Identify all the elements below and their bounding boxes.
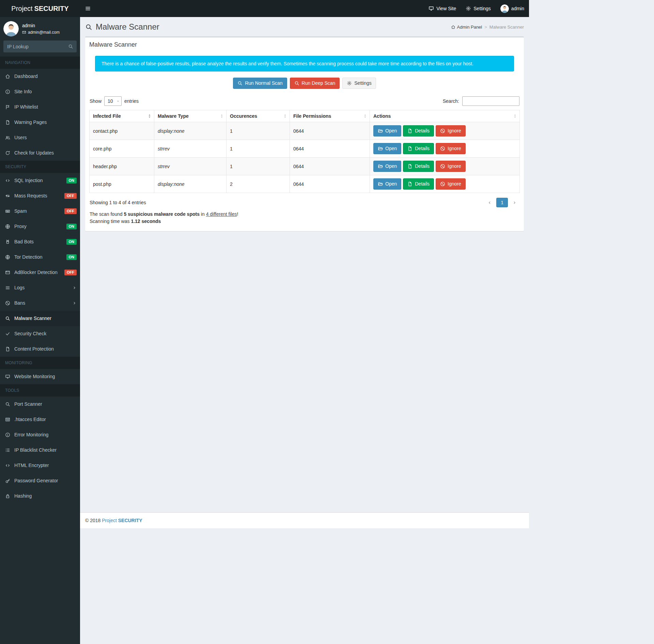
gears-icon xyxy=(347,81,352,86)
sidebar-item-malware-scanner[interactable]: Malware Scanner xyxy=(0,311,80,326)
sidebar-item-label: Site Info xyxy=(14,88,32,95)
sidebar-item-dashboard[interactable]: Dashboard xyxy=(0,69,80,84)
panel-header: Malware Scanner xyxy=(85,37,524,50)
pagination-previous[interactable] xyxy=(485,199,495,207)
sidebar-item-port-scanner[interactable]: Port Scanner xyxy=(0,397,80,412)
footer-brand-link[interactable]: Project SECURITY xyxy=(102,518,142,523)
pagination-next[interactable] xyxy=(510,199,519,207)
ignore-button[interactable]: Ignore xyxy=(436,178,466,190)
chevron-right-icon xyxy=(512,200,517,205)
sidebar-item-sql-injection[interactable]: SQL InjectionON xyxy=(0,173,80,188)
ip-lookup-input[interactable] xyxy=(3,41,64,52)
sidebar-item-logs[interactable]: Logs xyxy=(0,280,80,295)
sidebar-item-site-info[interactable]: Site Info xyxy=(0,84,80,99)
column-label: Infected File xyxy=(93,113,121,119)
navbar-right-menu: View Site Settings xyxy=(424,0,529,17)
sidebar-item-bad-bots[interactable]: Bad BotsON xyxy=(0,234,80,249)
sidebar-toggle-button[interactable] xyxy=(80,0,96,17)
ignore-button[interactable]: Ignore xyxy=(436,125,466,136)
sidebar-item-htacces-editor[interactable]: .htacces Editor xyxy=(0,412,80,427)
brand-logo[interactable]: Project SECURITY xyxy=(0,0,80,17)
breadcrumb-admin-panel[interactable]: Admin Panel xyxy=(451,25,482,30)
run-deep-scan-button[interactable]: Run Deep Scan xyxy=(290,78,340,89)
sidebar-item-proxy[interactable]: ProxyON xyxy=(0,219,80,234)
sidebar-item-check-for-updates[interactable]: Check for Updates xyxy=(0,145,80,161)
ban-icon xyxy=(440,146,445,151)
folder-open-icon xyxy=(378,181,383,187)
flag-icon xyxy=(5,104,14,110)
sidebar-item-ip-whitelist[interactable]: IP Whitelist xyxy=(0,99,80,115)
sidebar-item-mass-requests[interactable]: Mass RequestsOFF xyxy=(0,188,80,204)
ip-lookup-search-button[interactable] xyxy=(64,41,77,52)
actions-cell: OpenDetailsIgnore xyxy=(370,140,520,158)
page-length-select[interactable]: 10 xyxy=(104,96,122,106)
sidebar-item-password-generator[interactable]: Password Generator xyxy=(0,473,80,488)
open-button[interactable]: Open xyxy=(373,125,401,136)
open-button[interactable]: Open xyxy=(373,178,401,190)
details-button[interactable]: Details xyxy=(403,125,434,136)
retweet-icon xyxy=(5,193,14,198)
table-row-post-php: post.phpdisplay:none20644OpenDetailsIgno… xyxy=(90,175,520,193)
column-header-occurences[interactable]: Occurences xyxy=(227,110,290,122)
sidebar-item-users[interactable]: Users xyxy=(0,130,80,145)
user-menu[interactable]: admin xyxy=(496,0,529,17)
sidebar-item-error-monitoring[interactable]: Error Monitoring xyxy=(0,427,80,442)
ignore-button[interactable]: Ignore xyxy=(436,143,466,154)
sort-icon xyxy=(219,114,224,118)
status-badge: ON xyxy=(66,178,77,183)
sidebar-item-security-check[interactable]: Security Check xyxy=(0,326,80,341)
infected-file-cell: core.php xyxy=(90,140,154,158)
sidebar-item-label: Spam xyxy=(14,208,27,215)
user-info: admin admin@mail.com xyxy=(22,23,60,35)
sort-icon xyxy=(513,114,517,118)
sidebar-item-adblocker-detection[interactable]: AdBlocker DetectionOFF xyxy=(0,265,80,280)
user-name-label: admin xyxy=(511,6,524,11)
chevron-right-icon xyxy=(72,301,77,305)
avatar xyxy=(3,21,19,36)
sidebar-item-bans[interactable]: Bans xyxy=(0,295,80,311)
settings-link[interactable]: Settings xyxy=(461,0,496,17)
view-site-link[interactable]: View Site xyxy=(424,0,461,17)
sidebar-menu: NAVIGATIONDashboardSite InfoIP Whitelist… xyxy=(0,57,80,504)
details-button[interactable]: Details xyxy=(403,143,434,154)
sidebar-item-html-encrypter[interactable]: HTML Encrypter xyxy=(0,458,80,473)
sidebar-item-content-protection[interactable]: Content Protection xyxy=(0,341,80,357)
details-button[interactable]: Details xyxy=(403,161,434,172)
column-header-infected-file[interactable]: Infected File xyxy=(90,110,154,122)
sidebar-user-email: admin@mail.com xyxy=(28,30,60,35)
open-button[interactable]: Open xyxy=(373,161,401,172)
search-label: Search: xyxy=(443,98,459,104)
sidebar-item-warning-pages[interactable]: Warning Pages xyxy=(0,115,80,130)
open-button[interactable]: Open xyxy=(373,143,401,154)
avatar xyxy=(500,4,509,13)
sidebar-item-spam[interactable]: SpamOFF xyxy=(0,204,80,219)
sort-icon xyxy=(147,114,152,118)
user-panel: admin admin@mail.com xyxy=(0,17,80,41)
found-count: 5 suspicious malware code spots xyxy=(124,211,200,217)
actions-cell: OpenDetailsIgnore xyxy=(370,175,520,193)
file-icon xyxy=(5,120,14,125)
sidebar-item-hashing[interactable]: Hashing xyxy=(0,488,80,504)
table-icon xyxy=(5,417,14,422)
sidebar-user-email-row: admin@mail.com xyxy=(22,30,60,35)
table-search-input[interactable] xyxy=(462,96,519,106)
details-button[interactable]: Details xyxy=(403,178,434,190)
column-label: Occurences xyxy=(230,113,257,119)
scan-buttons-row: Run Normal Scan Run Deep Scan Settings xyxy=(89,78,520,89)
pagination-page-1[interactable]: 1 xyxy=(496,198,508,207)
sidebar-item-website-monitoring[interactable]: Website Monitoring xyxy=(0,369,80,384)
folder-open-icon xyxy=(378,164,383,169)
column-header-file-permissions[interactable]: File Permissions xyxy=(290,110,370,122)
sidebar-user-name: admin xyxy=(22,23,60,28)
scan-settings-button[interactable]: Settings xyxy=(342,78,376,89)
run-normal-scan-button[interactable]: Run Normal Scan xyxy=(233,78,287,89)
different-files-link[interactable]: 4 different files xyxy=(206,211,237,217)
column-header-malware-type[interactable]: Malware Type xyxy=(154,110,227,122)
ignore-button[interactable]: Ignore xyxy=(436,161,466,172)
column-header-actions[interactable]: Actions xyxy=(370,110,520,122)
status-badge: ON xyxy=(66,224,77,229)
column-label: Actions xyxy=(373,113,391,119)
sidebar-item-tor-detection[interactable]: Tor DetectionON xyxy=(0,249,80,265)
sidebar-item-label: Mass Requests xyxy=(14,192,47,199)
sidebar-item-ip-blacklist-checker[interactable]: IP Blacklist Checker xyxy=(0,442,80,458)
